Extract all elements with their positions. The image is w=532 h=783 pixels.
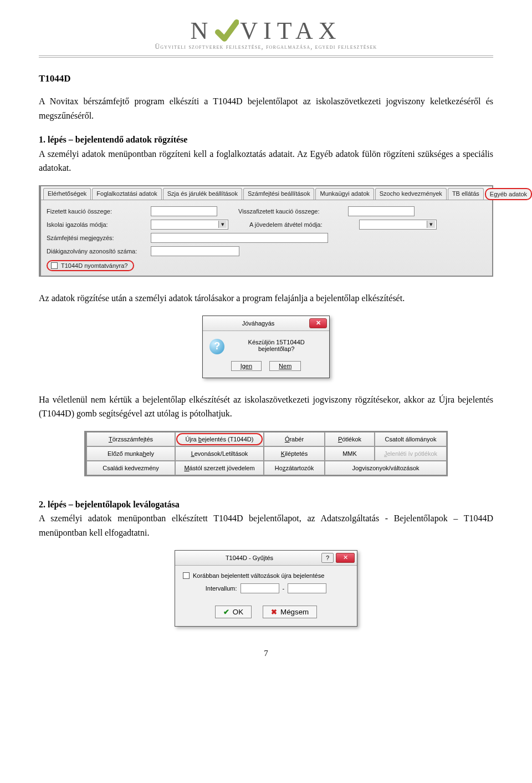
- input-diakigazolvany[interactable]: [151, 246, 239, 256]
- checkbox-korabban[interactable]: [183, 572, 190, 579]
- interval-separator: -: [283, 585, 285, 592]
- btn-hozzatartozok[interactable]: Hozzátartozók: [264, 461, 325, 475]
- checkbox-t1044d[interactable]: [51, 262, 58, 269]
- question-icon: ?: [209, 339, 224, 354]
- close-icon[interactable]: ✕: [336, 553, 355, 563]
- checkbox-korabban-label: Korábban bejelentett változások újra bej…: [193, 572, 324, 579]
- tab-szocho[interactable]: Szocho kedvezmények: [375, 188, 447, 200]
- label-iskolai-igazolas: Iskolai igazolás módja:: [47, 221, 146, 228]
- tab-munkaugyi[interactable]: Munkaügyi adatok: [315, 188, 374, 200]
- step-1-text: A személyi adatok menüpontban rögzíteni …: [39, 149, 493, 173]
- btn-potlekok[interactable]: Pótlékok: [325, 432, 375, 446]
- button-grid: Törzsszámfejtés Újra bejelentés (T1044D)…: [84, 431, 448, 476]
- label-szamfejtesi-megjegyzes: Számfejtési megjegyzés:: [47, 235, 146, 241]
- btn-torzsszamfejtes[interactable]: Törzsszámfejtés: [86, 432, 175, 446]
- page-number: 7: [39, 649, 493, 658]
- checkmark-icon: [214, 19, 239, 43]
- step-1-title: 1. lépés – bejelentendő adatok rögzítése: [39, 135, 187, 144]
- btn-kileptetes[interactable]: Kiléptetés: [264, 446, 325, 461]
- btn-mmk[interactable]: MMK: [325, 446, 375, 461]
- interval-label: Intervallum:: [206, 585, 237, 592]
- input-fizetett-kaucio[interactable]: [151, 206, 217, 216]
- brand-tagline: Ügyviteli szoftverek fejlesztése, forgal…: [39, 43, 493, 51]
- dialog-jovahagyas: Jóváhagyás ✕ ? Készüljön 15T1044D bejele…: [202, 316, 330, 378]
- tab-elerhetosegek[interactable]: Elérhetőségek: [43, 188, 91, 200]
- step-2-title: 2. lépés – bejelentőlapok leválogatása: [39, 500, 180, 509]
- interval-from-input[interactable]: [241, 583, 279, 593]
- paragraph-2: Az adatok rögzítése után a személyi adat…: [39, 291, 493, 306]
- btn-levonasok[interactable]: Levonások/Letiltások: [175, 446, 264, 461]
- paragraph-3: Ha véletlenül nem kértük a bejelentőlap …: [39, 393, 493, 421]
- btn-elozo-munkahely[interactable]: Előző munkahely: [86, 446, 175, 461]
- step-1: 1. lépés – bejelentendő adatok rögzítése…: [39, 133, 493, 175]
- checkbox-t1044d-label: T1044D nyomtatványra?: [61, 262, 127, 269]
- header-rule: [39, 55, 493, 58]
- tab-szja[interactable]: Szja és járulék beállítások: [163, 188, 242, 200]
- btn-csatolt-allomanyok[interactable]: Csatolt állományok: [375, 432, 447, 446]
- label-jovedelem-atvetel: A jövedelem átvétel módja:: [249, 221, 355, 228]
- tab-egyeb-adatok[interactable]: Egyéb adatok: [485, 188, 532, 200]
- label-fizetett-kaucio: Fizetett kaució összege:: [47, 208, 146, 215]
- check-icon: ✔: [223, 608, 229, 616]
- cancel-button[interactable]: ✖Mégsem: [263, 606, 317, 618]
- btn-jelenleti-iv: Jelenléti ív pótlékok: [375, 446, 447, 461]
- checkbox-korabban-wrap[interactable]: Korábban bejelentett változások újra bej…: [183, 572, 349, 579]
- label-visszafizetett-kaucio: Visszafizetett kaució összege:: [238, 208, 344, 215]
- label-diakigazolvany: Diákigazolvány azonosító száma:: [47, 248, 146, 255]
- help-icon[interactable]: ?: [321, 553, 334, 563]
- x-icon: ✖: [271, 608, 277, 616]
- tab-szamfejtesi[interactable]: Számfejtési beállítások: [243, 188, 315, 200]
- tab-strip: Elérhetőségek Foglalkoztatási adatok Szj…: [41, 186, 492, 200]
- brand-text-right: VITAX: [240, 17, 341, 45]
- step-2: 2. lépés – bejelentőlapok leválogatása A…: [39, 497, 493, 540]
- step-2-text: A személyi adatok menüpontban elkészítet…: [39, 513, 493, 537]
- brand-text-left: N: [190, 17, 213, 45]
- dialog-gyujtes: T1044D - Gyűjtés ? ✕ Korábban bejelentet…: [175, 550, 357, 627]
- tab-tb[interactable]: TB ellátás: [448, 188, 484, 200]
- dialog-titlebar: Jóváhagyás ✕: [203, 316, 329, 331]
- interval-to-input[interactable]: [288, 583, 326, 593]
- btn-ujra-bejelentes[interactable]: Újra bejelentés (T1044D): [175, 432, 264, 446]
- dialog-message: Készüljön 15T1044D bejelentőlap?: [230, 339, 323, 354]
- no-button[interactable]: Nem: [269, 361, 301, 371]
- tab-panel-body: Fizetett kaució összege: Visszafizetett …: [41, 200, 492, 276]
- page-header: N VITAX Ügyviteli szoftverek fejlesztése…: [39, 17, 493, 51]
- section-heading: T1044D: [39, 73, 493, 84]
- tab-foglalkoztatasi[interactable]: Foglalkoztatási adatok: [92, 188, 161, 200]
- checkbox-t1044d-wrap[interactable]: T1044D nyomtatványra?: [47, 260, 134, 271]
- paragraph-1: A Novitax bérszámfejtő program elkészíti…: [39, 94, 493, 123]
- brand-logo: N VITAX: [190, 17, 341, 45]
- screenshot-tab-panel: Elérhetőségek Foglalkoztatási adatok Szj…: [39, 185, 493, 277]
- dialog-title-text: Jóváhagyás: [207, 320, 309, 327]
- yes-button[interactable]: Igen: [231, 361, 262, 371]
- combo-jovedelem-atvetel[interactable]: [359, 220, 437, 230]
- btn-mastol-szerzett[interactable]: Mástól szerzett jövedelem: [175, 461, 264, 475]
- btn-jogviszonyok[interactable]: Jogviszonyok/változások: [325, 461, 447, 475]
- ok-button[interactable]: ✔OK: [215, 606, 252, 618]
- input-visszafizetett-kaucio[interactable]: [348, 206, 415, 216]
- dialog2-title-text: T1044D - Gyűjtés: [180, 555, 319, 561]
- dialog2-titlebar: T1044D - Gyűjtés ? ✕: [175, 551, 357, 566]
- combo-iskolai-igazolas[interactable]: [151, 220, 228, 230]
- close-icon[interactable]: ✕: [309, 318, 327, 328]
- btn-csaladi-kedvezmeny[interactable]: Családi kedvezmény: [86, 461, 175, 475]
- btn-oraber[interactable]: Órabér: [264, 432, 325, 446]
- input-szamfejtesi-megjegyzes[interactable]: [151, 233, 328, 243]
